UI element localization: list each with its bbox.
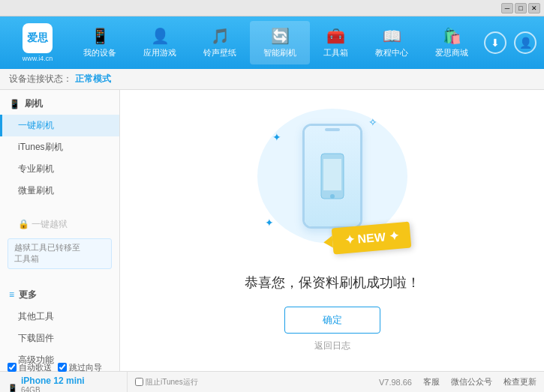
phone-notch [325,128,340,131]
apps-icon: 👤 [151,27,170,45]
sparkle-icon-3: ✦ [265,217,274,229]
sidebar-item-onekey-flash[interactable]: 一键刷机 [0,115,119,136]
nav-mall-label: 爱思商城 [435,47,468,58]
sparkle-icon-1: ✦ [272,131,281,143]
logo-icon: 爱思 [23,23,53,53]
auto-send-input[interactable] [8,363,17,372]
check-update-link[interactable]: 检查更新 [503,376,536,388]
version-text: V7.98.66 [379,378,412,387]
close-button[interactable]: ✕ [528,3,540,13]
new-badge: ✦ NEW ✦ [332,222,412,255]
tutorial-icon: 📖 [383,27,401,45]
title-bar: ─ □ ✕ [0,0,544,16]
nav-smart-flash[interactable]: 🔄 智能刷机 [250,21,310,64]
nav-ringtones[interactable]: 🎵 铃声壁纸 [190,21,250,64]
maximize-button[interactable]: □ [515,3,527,13]
logo[interactable]: 爱思 www.i4.cn [8,23,68,62]
sidebar-header-more: ≡ 更多 [0,284,119,306]
itunes-checkbox[interactable] [135,378,143,386]
ringtone-icon: 🎵 [211,27,230,45]
device-name: iPhone 12 mini [21,376,85,386]
sidebar: 📱 刷机 一键刷机 iTunes刷机 专业刷机 微量刷机 🔒 一键越狱 越狱工具… [0,90,120,371]
phone-screen [305,126,360,226]
wechat-public-link[interactable]: 微信公众号 [451,376,492,388]
sidebar-item-micro-flash[interactable]: 微量刷机 [0,180,119,202]
sidebar-header-more-label: 更多 [19,289,37,301]
sidebar-header-jailbreak: 🔒 一键越狱 [0,214,119,235]
auto-send-label: 自动歌送 [19,362,52,373]
phone-icon: 📱 [91,27,110,45]
phone-screen-icon [317,150,347,202]
bottom-bar: 自动歌送 跳过向导 📱 iPhone 12 mini 64GB Down-12m… [0,371,544,392]
svg-point-2 [330,194,335,199]
sidebar-item-download-firmware[interactable]: 下载固件 [0,328,119,349]
bottom-status: V7.98.66 客服 微信公众号 检查更新 [379,376,536,388]
logo-text: www.i4.cn [23,55,53,62]
sidebar-section-flash: 📱 刷机 一键刷机 iTunes刷机 专业刷机 微量刷机 [0,90,119,205]
download-button[interactable]: ⬇ [484,31,506,54]
nav-toolbox[interactable]: 🧰 工具箱 [310,21,362,64]
itunes-label: 阻止iTunes运行 [146,377,198,388]
customer-service-link[interactable]: 客服 [423,376,440,388]
sidebar-section-more: ≡ 更多 其他工具 下载固件 高级功能 [0,281,119,371]
phone-illustration: ✦ ✧ ✦ ✦ NEW ✦ [250,109,415,259]
status-bar: 设备连接状态： 正常模式 [0,69,544,90]
sidebar-jailbreak-note: 越狱工具已转移至工具箱 [8,238,112,269]
window-controls[interactable]: ─ □ ✕ [501,3,540,13]
bottom-left-section: 自动歌送 跳过向导 📱 iPhone 12 mini 64GB Down-12m… [8,362,128,393]
nav-toolbox-label: 工具箱 [323,47,348,58]
sidebar-item-itunes-flash[interactable]: iTunes刷机 [0,136,119,158]
sidebar-item-pro-flash[interactable]: 专业刷机 [0,158,119,180]
auto-send-checkbox[interactable]: 自动歌送 [8,362,52,373]
itunes-control[interactable]: 阻止iTunes运行 [128,377,206,388]
nav-mall[interactable]: 🛍️ 爱思商城 [422,21,482,64]
nav-apps-games-label: 应用游戏 [143,47,176,58]
sidebar-header-flash-label: 刷机 [25,97,43,110]
nav-bar: 📱 我的设备 👤 应用游戏 🎵 铃声壁纸 🔄 智能刷机 🧰 工具箱 📖 教程中心… [68,21,484,64]
back-home-link[interactable]: 返回日志 [314,340,350,352]
success-title: 恭喜您，保资料刷机成功啦！ [245,274,420,292]
content-area: ✦ ✧ ✦ ✦ NEW ✦ 恭喜您，保资料刷机成功啦！ [120,90,544,371]
toolbox-icon: 🧰 [326,27,345,45]
user-button[interactable]: 👤 [514,31,536,54]
nav-my-device-label: 我的设备 [83,47,116,58]
minimize-button[interactable]: ─ [501,3,513,13]
flash-section-icon: 📱 [9,99,20,109]
sidebar-section-jailbreak: 🔒 一键越狱 越狱工具已转移至工具箱 [0,211,119,275]
header-right: ⬇ 👤 [484,31,536,54]
skip-wizard-label: 跳过向导 [69,362,102,373]
flash-icon: 🔄 [271,27,290,45]
sidebar-item-other-tools[interactable]: 其他工具 [0,306,119,328]
mall-icon: 🛍️ [443,27,461,45]
device-storage: 64GB [21,386,85,393]
nav-tutorial-label: 教程中心 [375,47,408,58]
skip-wizard-checkbox[interactable]: 跳过向导 [58,362,102,373]
phone-body [302,124,362,229]
skip-wizard-input[interactable] [58,363,67,372]
nav-apps-games[interactable]: 👤 应用游戏 [130,21,190,64]
nav-smart-flash-label: 智能刷机 [263,47,296,58]
more-section-icon: ≡ [9,289,14,300]
nav-ringtones-label: 铃声壁纸 [203,47,236,58]
nav-tutorial[interactable]: 📖 教程中心 [362,21,422,64]
svg-rect-1 [323,159,341,190]
status-label: 设备连接状态： [9,73,72,85]
status-value: 正常模式 [75,73,111,85]
confirm-button[interactable]: 确定 [284,307,380,334]
sidebar-header-flash: 📱 刷机 [0,93,119,115]
sparkle-icon-2: ✧ [368,116,377,128]
main-area: 📱 刷机 一键刷机 iTunes刷机 专业刷机 微量刷机 🔒 一键越狱 越狱工具… [0,90,544,371]
header: 爱思 www.i4.cn 📱 我的设备 👤 应用游戏 🎵 铃声壁纸 🔄 智能刷机… [0,16,544,69]
nav-my-device[interactable]: 📱 我的设备 [70,21,130,64]
